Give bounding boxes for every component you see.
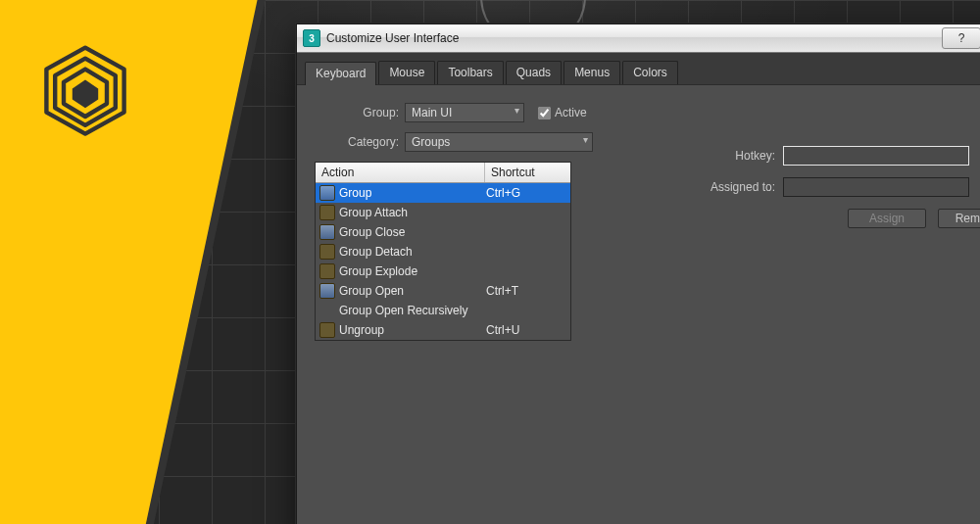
hotkey-input[interactable] <box>783 146 969 166</box>
titlebar[interactable]: 3 Customize User Interface ? <box>297 24 980 53</box>
action-table[interactable]: Action Shortcut GroupCtrl+GGroup AttachG… <box>315 162 571 341</box>
tab-mouse[interactable]: Mouse <box>378 61 435 84</box>
active-label: Active <box>555 106 587 119</box>
action-name: Group Close <box>339 225 486 239</box>
app-icon: 3 <box>303 29 320 47</box>
assigned-to-field <box>783 177 969 197</box>
action-name: Group Open <box>339 284 486 298</box>
column-shortcut[interactable]: Shortcut <box>485 163 570 182</box>
window-title: Customize User Interface <box>326 31 936 45</box>
action-icon <box>319 283 335 299</box>
action-icon <box>319 244 335 260</box>
action-row[interactable]: Group Open Recursively <box>316 301 570 320</box>
action-row[interactable]: Group Detach <box>316 242 570 262</box>
left-column: Group: Main UI Active Category: Groups <box>315 103 648 524</box>
action-shortcut: Ctrl+U <box>486 323 566 337</box>
tab-strip: KeyboardMouseToolbarsQuadsMenusColors <box>297 53 980 85</box>
action-shortcut: Ctrl+G <box>486 186 566 200</box>
group-label: Group: <box>315 106 399 119</box>
action-name: Group Explode <box>339 264 486 278</box>
group-select[interactable]: Main UI <box>405 103 524 122</box>
customize-ui-dialog: 3 Customize User Interface ? KeyboardMou… <box>296 24 980 524</box>
action-row[interactable]: UngroupCtrl+U <box>316 320 570 340</box>
svg-marker-3 <box>73 80 98 109</box>
tab-toolbars[interactable]: Toolbars <box>437 61 503 84</box>
action-row[interactable]: Group OpenCtrl+T <box>316 281 570 301</box>
column-action[interactable]: Action <box>316 163 485 182</box>
brand-logo <box>31 41 139 152</box>
action-icon <box>319 185 335 201</box>
action-name: Ungroup <box>339 323 486 337</box>
action-name: Group Attach <box>339 206 486 219</box>
tab-quads[interactable]: Quads <box>506 61 562 84</box>
action-row[interactable]: Group Close <box>316 222 570 242</box>
tab-menus[interactable]: Menus <box>564 61 620 84</box>
action-icon <box>319 224 335 240</box>
assigned-to-label: Assigned to: <box>687 180 775 194</box>
active-checkbox[interactable] <box>538 107 551 119</box>
action-icon <box>319 263 335 279</box>
dialog-body: Group: Main UI Active Category: Groups <box>297 85 980 524</box>
action-shortcut: Ctrl+T <box>486 284 566 298</box>
category-select[interactable]: Groups <box>405 132 593 152</box>
action-name: Group <box>339 186 486 200</box>
help-button[interactable]: ? <box>942 27 980 49</box>
action-row[interactable]: GroupCtrl+G <box>316 183 570 203</box>
assign-button[interactable]: Assign <box>848 209 926 228</box>
assign-remove-group: Assign Remove <box>687 209 980 228</box>
remove-button[interactable]: Remove <box>938 209 980 228</box>
right-column: Hotkey: Assigned to: Assign Remove <box>687 103 980 524</box>
action-name: Group Open Recursively <box>339 304 486 317</box>
action-name: Group Detach <box>339 245 486 259</box>
action-icon <box>319 322 335 338</box>
tab-colors[interactable]: Colors <box>622 61 678 84</box>
action-row[interactable]: Group Attach <box>316 203 570 222</box>
category-label: Category: <box>315 135 399 149</box>
action-table-header: Action Shortcut <box>316 163 570 183</box>
hotkey-label: Hotkey: <box>687 149 775 163</box>
tab-keyboard[interactable]: Keyboard <box>305 62 376 85</box>
active-checkbox-wrap[interactable]: Active <box>538 106 622 119</box>
action-icon <box>319 205 335 220</box>
action-row[interactable]: Group Explode <box>316 262 570 281</box>
